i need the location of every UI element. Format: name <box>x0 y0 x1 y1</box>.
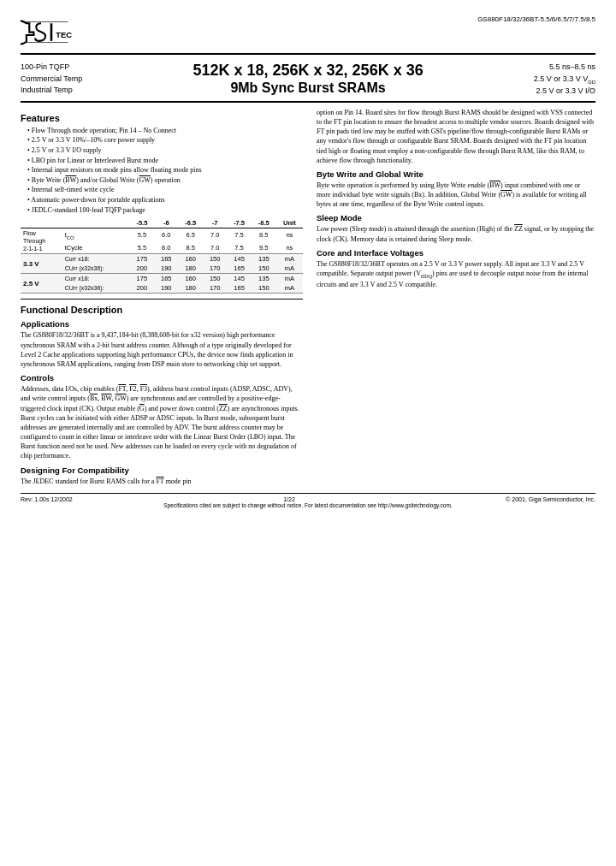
title-left-line1: 100-Pin TQFP <box>21 62 82 74</box>
page: TECHNOLOGY GS880F18/32/36BT-5.5/6/6.5/7/… <box>0 0 616 866</box>
feature-item: 2.5 V or 3.3 V 10%/–10% core power suppl… <box>27 135 303 145</box>
sleep-text: Low power (Sleep mode) is attained throu… <box>317 224 595 243</box>
controls-text: Addresses, data I/Os, chip enables (FT, … <box>21 384 303 461</box>
two-col-layout: Features Flow Through mode operation; Pi… <box>21 108 595 486</box>
logo-area: TECHNOLOGY <box>21 15 72 50</box>
title-right-line3: 2.5 V or 3.3 V I/O <box>534 86 595 98</box>
divider <box>21 299 303 300</box>
applications-text: The GS880F18/32/36BT is a 9,437,184-bit … <box>21 330 303 369</box>
title-left-line3: Industrial Temp <box>21 85 82 97</box>
intro-text: option on Pin 14. Board sites for flow t… <box>317 108 595 165</box>
table-row: CUrr (x32x36): 200 190 180 170 165 150 m… <box>21 264 303 274</box>
byte-write-title: Byte Write and Global Write <box>317 169 595 179</box>
byte-write-text: Byte write operation is performed by usi… <box>317 181 595 210</box>
part-number: GS880F18/32/36BT-5.5/6/6.5/7/7.5/8.5 <box>477 15 595 23</box>
feature-item: Internal input resistors on mode pins al… <box>27 165 303 175</box>
footer-copyright: © 2001, Giga Semiconductor, Inc. <box>506 496 595 502</box>
table-row: CUrr (x32x36): 200 190 180 170 165 150 m… <box>21 283 303 294</box>
table-speed-header: -5.5 -6 -6.5 -7 -7.5 -8.5 Unit <box>21 218 303 228</box>
footer-page: 1/22 <box>283 496 295 502</box>
title-left-line2: Commercial Temp <box>21 74 82 86</box>
footer-disclaimer: Specifications cited are subject to chan… <box>21 502 595 508</box>
core-interface-title: Core and Interface Voltages <box>317 248 595 258</box>
applications-title: Applications <box>21 319 303 329</box>
performance-table: -5.5 -6 -6.5 -7 -7.5 -8.5 Unit FlowThrou… <box>21 218 303 294</box>
feature-item: Flow Through mode operation; Pin 14 – No… <box>27 126 303 136</box>
right-column: option on Pin 14. Board sites for flow t… <box>317 108 595 486</box>
feature-item: 2.5 V or 3.3 V I/O supply <box>27 145 303 156</box>
svg-text:TECHNOLOGY: TECHNOLOGY <box>56 30 72 39</box>
table-row: tCycle 5.5 6.0 8.5 7.0 7.5 9.5 ns <box>21 242 303 254</box>
footer-rev: Rev: 1.00s 12/2002 <box>21 496 73 502</box>
features-list: Flow Through mode operation; Pin 14 – No… <box>21 126 303 215</box>
feature-item: JEDLC-standard 100-lead TQFP package <box>27 205 303 216</box>
compatibility-title: Designing For Compatibility <box>21 466 303 475</box>
core-interface-text: The GS880F18/32/36BT operates on a 2.5 V… <box>317 259 595 289</box>
sub-title: 9Mb Sync Burst SRAMs <box>82 80 533 96</box>
table-row: 2.5 V Curr x18: 175 165 160 150 145 135 … <box>21 274 303 284</box>
controls-title: Controls <box>21 373 303 383</box>
features-title: Features <box>21 113 303 123</box>
header: TECHNOLOGY GS880F18/32/36BT-5.5/6/6.5/7/… <box>21 15 595 55</box>
gsi-logo: TECHNOLOGY <box>21 15 72 50</box>
feature-item: Internal self-timed write cycle <box>27 185 303 195</box>
table-row: FlowThrough2-1-1-1 tCO 5.5 6.0 6.5 7.0 7… <box>21 228 303 242</box>
title-right-line1: 5.5 ns–8.5 ns <box>534 62 595 74</box>
table-row: 3.3 V Curr x18: 175 165 160 150 145 135 … <box>21 254 303 264</box>
footer-top: Rev: 1.00s 12/2002 1/22 © 2001, Giga Sem… <box>21 496 595 502</box>
compatibility-text: The JEDEC standard for Burst RAMS calls … <box>21 477 303 486</box>
left-column: Features Flow Through mode operation; Pi… <box>21 108 303 486</box>
functional-title: Functional Description <box>21 305 303 315</box>
sleep-title: Sleep Mode <box>317 213 595 222</box>
title-center: 512K x 18, 256K x 32, 256K x 36 9Mb Sync… <box>82 62 533 96</box>
footer: Rev: 1.00s 12/2002 1/22 © 2001, Giga Sem… <box>21 493 595 508</box>
feature-item: Automatic power-down for portable applic… <box>27 195 303 205</box>
title-right: 5.5 ns–8.5 ns 2.5 V or 3.3 V VDD 2.5 V o… <box>534 62 595 98</box>
feature-item: LBO pin for Linear or Interleaved Burst … <box>27 156 303 166</box>
title-block: 100-Pin TQFP Commercial Temp Industrial … <box>21 58 595 103</box>
main-title: 512K x 18, 256K x 32, 256K x 36 <box>82 62 533 80</box>
title-right-line2: 2.5 V or 3.3 V VDD <box>534 74 595 86</box>
feature-item: Byte Write (BW) and/or Global Write (GW)… <box>27 175 303 186</box>
title-left: 100-Pin TQFP Commercial Temp Industrial … <box>21 62 82 97</box>
